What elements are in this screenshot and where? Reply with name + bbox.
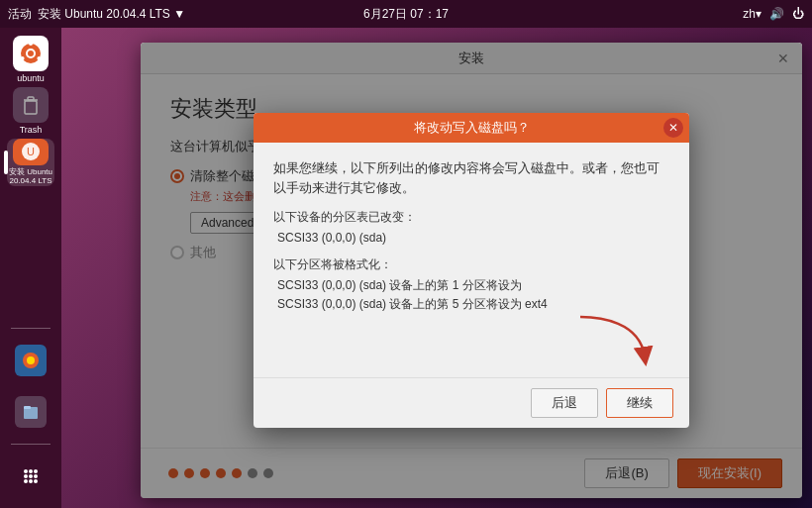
sound-icon[interactable]: 🔊 — [769, 7, 784, 21]
confirm-dialog: 将改动写入磁盘吗？ ✕ 如果您继续，以下所列出的修改内容将会写入磁盘中。或者，您… — [254, 113, 689, 429]
files-icon — [15, 396, 47, 428]
trash-label: Trash — [20, 125, 43, 135]
svg-point-22 — [34, 479, 38, 483]
svg-point-14 — [24, 469, 28, 473]
dialog-section1: 以下设备的分区表已改变： SCSI33 (0,0,0) (sda) — [273, 208, 669, 248]
sidebar-item-trash[interactable]: Trash — [7, 87, 54, 135]
topbar-datetime: 6月27日 07：17 — [363, 6, 449, 23]
dialog-title: 将改动写入磁盘吗？ — [414, 119, 530, 137]
activities-button[interactable]: 活动 — [8, 6, 32, 23]
dialog-back-button[interactable]: 后退 — [531, 388, 598, 418]
sidebar-divider2 — [11, 444, 51, 445]
arrow-annotation — [560, 312, 660, 371]
sidebar-item-ubuntu[interactable]: ubuntu — [7, 36, 54, 83]
svg-point-21 — [29, 479, 33, 483]
installer-label: 安装 Ubuntu20.04.4 LTS — [9, 167, 52, 186]
svg-point-15 — [29, 469, 33, 473]
trash-icon — [13, 87, 49, 123]
svg-text:U: U — [27, 146, 35, 157]
firefox-icon — [15, 345, 47, 376]
section1-title: 以下设备的分区表已改变： — [273, 208, 669, 227]
svg-point-20 — [24, 479, 28, 483]
power-icon[interactable]: ⏻ — [792, 7, 804, 21]
dialog-section2: 以下分区将被格式化： SCSI33 (0,0,0) (sda) 设备上的第 1 … — [273, 255, 669, 315]
svg-point-2 — [29, 42, 33, 46]
dialog-overlay: 将改动写入磁盘吗？ ✕ 如果您继续，以下所列出的修改内容将会写入磁盘中。或者，您… — [141, 43, 802, 498]
sidebar-item-firefox[interactable] — [7, 337, 54, 384]
svg-point-4 — [21, 56, 25, 60]
lang-indicator[interactable]: zh▾ — [743, 7, 761, 21]
section2-title: 以下分区将被格式化： — [273, 255, 669, 274]
dialog-footer: 后退 继续 — [254, 377, 689, 428]
section1-content: SCSI33 (0,0,0) (sda) — [273, 229, 669, 248]
apps-grid-icon — [15, 460, 47, 492]
sidebar-item-installer[interactable]: U 安装 Ubuntu20.04.4 LTS — [7, 139, 54, 186]
active-indicator — [4, 151, 8, 174]
install-window: 安装 ✕ 安装类型 这台计算机似乎没有安装操作系统。您准备怎么做？ 清除整个磁盘… — [141, 43, 802, 498]
svg-rect-7 — [28, 97, 34, 100]
dialog-titlebar: 将改动写入磁盘吗？ ✕ — [254, 113, 689, 143]
svg-point-0 — [21, 44, 41, 63]
sidebar: ubuntu Trash U 安装 Ubuntu20.04.4 LTS — [0, 28, 61, 508]
svg-point-19 — [34, 474, 38, 478]
svg-point-18 — [29, 474, 33, 478]
section2-line1: SCSI33 (0,0,0) (sda) 设备上的第 1 分区将设为 — [273, 276, 669, 295]
topbar: 活动 安装 Ubuntu 20.04.4 LTS ▼ 6月27日 07：17 z… — [0, 0, 812, 28]
svg-point-17 — [24, 474, 28, 478]
dialog-intro: 如果您继续，以下所列出的修改内容将会写入磁盘中。或者，您也可以手动来进行其它修改… — [273, 158, 669, 198]
svg-rect-13 — [24, 406, 31, 409]
sidebar-item-files[interactable] — [7, 388, 54, 436]
sidebar-bottom — [7, 328, 54, 500]
dialog-close-button[interactable]: ✕ — [663, 118, 683, 138]
svg-point-3 — [37, 56, 41, 60]
sidebar-divider — [11, 328, 51, 329]
svg-point-11 — [27, 356, 35, 364]
arrow-area — [273, 322, 669, 361]
svg-point-16 — [34, 469, 38, 473]
installer-icon: U — [13, 139, 49, 165]
topbar-right: zh▾ 🔊 ⏻ — [743, 7, 804, 21]
app-name-label: 安装 Ubuntu 20.04.4 LTS ▼ — [38, 6, 185, 23]
desktop-background: 安装 ✕ 安装类型 这台计算机似乎没有安装操作系统。您准备怎么做？ 清除整个磁盘… — [61, 28, 812, 508]
sidebar-item-apps[interactable] — [7, 453, 54, 500]
svg-rect-5 — [25, 101, 37, 114]
topbar-left: 活动 安装 Ubuntu 20.04.4 LTS ▼ — [8, 6, 185, 23]
ubuntu-label: ubuntu — [17, 73, 45, 83]
ubuntu-icon — [13, 36, 49, 71]
dialog-continue-button[interactable]: 继续 — [606, 388, 673, 418]
dialog-body: 如果您继续，以下所列出的修改内容将会写入磁盘中。或者，您也可以手动来进行其它修改… — [254, 143, 689, 378]
